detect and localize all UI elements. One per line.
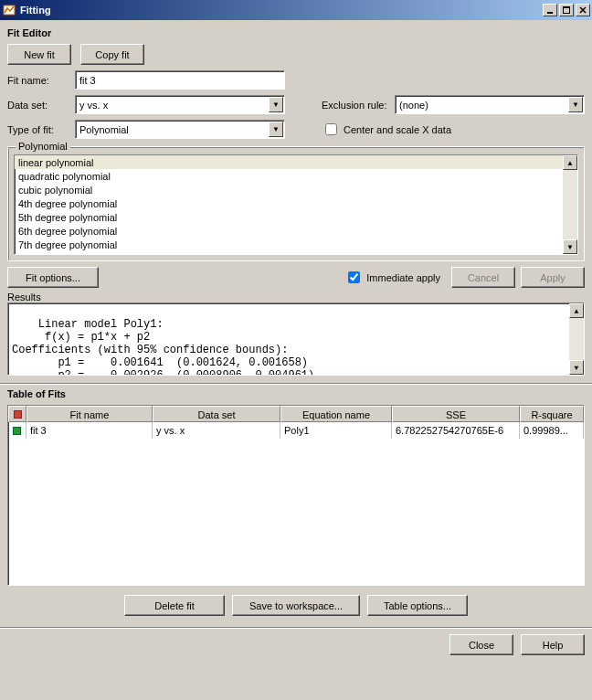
scroll-down-icon[interactable]: ▼: [563, 239, 577, 254]
polynomial-legend: Polynomial: [16, 141, 70, 152]
center-scale-label: Center and scale X data: [344, 124, 451, 135]
svg-rect-1: [547, 12, 553, 14]
center-scale-checkbox-input[interactable]: [325, 123, 337, 135]
copy-fit-button[interactable]: Copy fit: [80, 44, 144, 65]
immediate-apply-checkbox[interactable]: Immediate apply: [344, 269, 440, 286]
cell-sse: 6.782252754270765E-6: [392, 422, 520, 439]
col-r-square[interactable]: R-square: [520, 406, 584, 422]
immediate-apply-checkbox-input[interactable]: [348, 271, 360, 283]
help-button[interactable]: Help: [521, 634, 585, 655]
cell-rsquare: 0.99989...: [520, 422, 584, 439]
col-data-set[interactable]: Data set: [153, 406, 280, 422]
close-button[interactable]: Close: [449, 634, 513, 655]
status-icon: [13, 427, 21, 435]
chevron-down-icon: ▼: [568, 97, 583, 112]
apply-button: Apply: [521, 267, 585, 288]
immediate-apply-label: Immediate apply: [366, 272, 440, 283]
cell-fit-name: fit 3: [26, 422, 153, 439]
scroll-up-icon[interactable]: ▲: [563, 155, 577, 170]
app-icon: [2, 3, 16, 17]
table-of-fits-heading: Table of Fits: [7, 388, 585, 399]
window-title: Fitting: [20, 5, 541, 16]
polynomial-option[interactable]: 4th degree polynomial: [15, 196, 563, 210]
type-of-fit-select[interactable]: ▼: [75, 120, 285, 139]
fit-editor-heading: Fit Editor: [7, 27, 585, 38]
exclusion-rule-label: Exclusion rule:: [322, 100, 395, 111]
scroll-down-icon[interactable]: ▼: [569, 360, 584, 375]
scroll-up-icon[interactable]: ▲: [569, 303, 584, 318]
col-sse[interactable]: SSE: [392, 406, 520, 422]
minimize-button[interactable]: [543, 4, 557, 16]
center-scale-checkbox[interactable]: Center and scale X data: [322, 121, 451, 138]
col-equation-name[interactable]: Equation name: [280, 406, 392, 422]
results-label: Results: [7, 292, 585, 302]
delete-fit-button[interactable]: Delete fit: [124, 595, 225, 616]
save-to-workspace-button[interactable]: Save to workspace...: [232, 595, 360, 616]
data-set-label: Data set:: [7, 100, 75, 111]
polynomial-option[interactable]: cubic polynomial: [15, 183, 563, 196]
chevron-down-icon: ▼: [269, 97, 283, 112]
new-fit-button[interactable]: New fit: [7, 44, 71, 65]
type-of-fit-label: Type of fit:: [7, 124, 75, 135]
table-row[interactable]: fit 3y vs. xPoly16.782252754270765E-60.9…: [8, 422, 584, 439]
col-fit-name[interactable]: Fit name: [26, 406, 153, 422]
titlebar: Fitting: [0, 0, 592, 20]
data-set-select[interactable]: ▼: [75, 95, 285, 114]
cell-equation: Poly1: [280, 422, 392, 439]
fits-table-header-icon[interactable]: [8, 406, 26, 422]
chevron-down-icon: ▼: [269, 122, 283, 137]
polynomial-listbox[interactable]: linear polynomialquadratic polynomialcub…: [14, 154, 578, 255]
polynomial-option[interactable]: 5th degree polynomial: [15, 210, 563, 224]
listbox-scrollbar[interactable]: ▲ ▼: [563, 155, 577, 254]
fits-table-header: Fit name Data set Equation name SSE R-sq…: [8, 406, 584, 422]
fits-table: Fit name Data set Equation name SSE R-sq…: [7, 405, 585, 586]
cancel-button: Cancel: [451, 267, 515, 288]
results-text: Linear model Poly1: f(x) = p1*x + p2 Coe…: [12, 318, 314, 376]
maximize-button[interactable]: [559, 4, 574, 16]
polynomial-option[interactable]: 7th degree polynomial: [15, 238, 563, 251]
polynomial-option[interactable]: linear polynomial: [15, 155, 563, 169]
fit-name-label: Fit name:: [7, 75, 75, 86]
table-options-button[interactable]: Table options...: [367, 595, 468, 616]
polynomial-option[interactable]: 6th degree polynomial: [15, 224, 563, 238]
status-header-icon: [14, 410, 22, 419]
fits-table-body: fit 3y vs. xPoly16.782252754270765E-60.9…: [8, 422, 584, 439]
results-textarea[interactable]: Linear model Poly1: f(x) = p1*x + p2 Coe…: [7, 302, 585, 376]
exclusion-rule-select[interactable]: ▼: [395, 95, 585, 114]
fit-options-button[interactable]: Fit options...: [7, 267, 99, 288]
polynomial-option[interactable]: quadratic polynomial: [15, 169, 563, 183]
results-scrollbar[interactable]: ▲ ▼: [569, 303, 584, 375]
svg-rect-3: [563, 6, 570, 8]
fit-name-input[interactable]: [75, 70, 285, 90]
close-window-button[interactable]: [576, 4, 590, 16]
cell-data-set: y vs. x: [153, 422, 280, 439]
polynomial-group: Polynomial linear polynomialquadratic po…: [7, 146, 585, 261]
